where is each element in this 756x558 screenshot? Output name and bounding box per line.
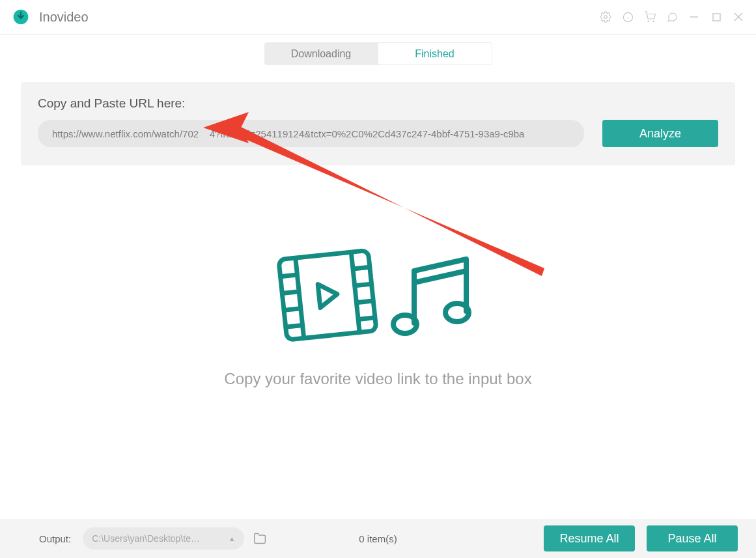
svg-line-21 bbox=[356, 301, 373, 303]
tabs: Downloading Finished bbox=[0, 35, 756, 65]
info-icon[interactable] bbox=[622, 11, 634, 23]
pause-all-button[interactable]: Pause All bbox=[647, 525, 738, 551]
output-path-text: C:\Users\yan\Desktop\te… bbox=[92, 533, 225, 544]
bottom-actions: Resume All Pause All bbox=[544, 525, 738, 551]
url-label: Copy and Paste URL here: bbox=[38, 96, 718, 111]
app-title: Inovideo bbox=[39, 10, 89, 25]
url-panel: Copy and Paste URL here: Analyze bbox=[21, 82, 735, 165]
svg-line-17 bbox=[284, 309, 301, 311]
svg-rect-9 bbox=[713, 14, 720, 21]
feedback-icon[interactable] bbox=[666, 11, 678, 23]
url-row: Analyze bbox=[38, 120, 718, 147]
empty-message: Copy your favorite video link to the inp… bbox=[224, 370, 531, 388]
logo-icon bbox=[12, 8, 30, 26]
svg-marker-23 bbox=[318, 283, 339, 308]
svg-line-22 bbox=[358, 318, 375, 320]
svg-line-19 bbox=[352, 267, 369, 269]
tab-finished[interactable]: Finished bbox=[378, 42, 492, 65]
svg-line-18 bbox=[285, 326, 302, 328]
minimize-icon[interactable] bbox=[688, 11, 700, 23]
items-count: 0 item(s) bbox=[359, 533, 397, 544]
output-label: Output: bbox=[39, 533, 71, 544]
output-path-selector[interactable]: C:\Users\yan\Desktop\te… ▲ bbox=[83, 527, 244, 550]
maximize-icon[interactable] bbox=[710, 11, 722, 23]
titlebar: Inovideo bbox=[0, 0, 756, 35]
svg-point-2 bbox=[604, 16, 608, 19]
svg-line-20 bbox=[354, 284, 371, 286]
titlebar-buttons bbox=[600, 11, 744, 23]
tab-downloading[interactable]: Downloading bbox=[264, 42, 378, 65]
resume-all-button[interactable]: Resume All bbox=[544, 525, 635, 551]
settings-icon[interactable] bbox=[600, 11, 611, 23]
empty-state: Copy your favorite video link to the inp… bbox=[0, 244, 756, 388]
open-folder-icon[interactable] bbox=[253, 531, 268, 546]
bottom-bar: Output: C:\Users\yan\Desktop\te… ▲ 0 ite… bbox=[0, 519, 756, 558]
chevron-up-icon: ▲ bbox=[229, 535, 235, 542]
app-logo: Inovideo bbox=[12, 8, 89, 26]
svg-line-16 bbox=[282, 292, 299, 294]
empty-illustration bbox=[271, 244, 486, 348]
close-icon[interactable] bbox=[733, 11, 744, 23]
cart-icon[interactable] bbox=[644, 11, 656, 23]
svg-line-15 bbox=[280, 275, 297, 277]
svg-point-7 bbox=[653, 21, 654, 22]
svg-point-6 bbox=[648, 21, 649, 22]
analyze-button[interactable]: Analyze bbox=[602, 120, 718, 147]
url-input[interactable] bbox=[38, 120, 584, 147]
